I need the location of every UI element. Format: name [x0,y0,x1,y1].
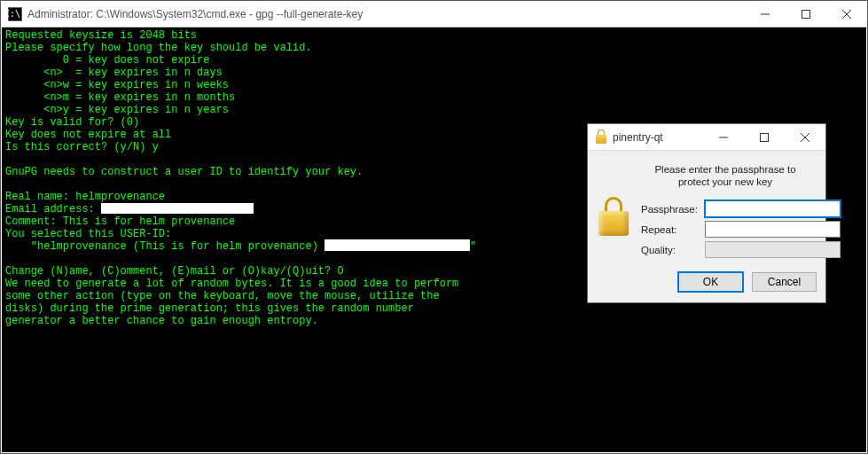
dialog-title-bar: pinentry-qt [588,124,825,151]
lock-illustration [598,199,634,262]
passphrase-label: Passphrase: [641,204,700,215]
pinentry-dialog: pinentry-qt Please enter the passphrase … [587,123,826,303]
minimize-button[interactable] [745,1,786,27]
terminal-line: Email address: [5,203,101,215]
repeat-input[interactable] [705,221,841,238]
terminal-line: <n>w = key expires in n weeks [5,79,229,91]
close-button[interactable] [826,1,867,27]
terminal-line: You selected this USER-ID: [5,228,171,240]
cancel-button[interactable]: Cancel [752,272,817,292]
cmd-window-controls [745,1,867,27]
lock-icon [595,129,607,145]
maximize-button[interactable] [786,1,826,27]
repeat-label: Repeat: [641,224,700,235]
terminal-line: Please specify how long the key should b… [5,42,312,54]
terminal-line: Key is valid for? (0) [5,116,139,129]
terminal-line: " [470,240,476,253]
quality-label: Quality: [641,245,700,255]
dialog-close-button[interactable] [785,124,825,151]
cmd-title-bar: C:\. Administrator: C:\Windows\System32\… [1,1,867,27]
terminal-line: Real name: helmprovenance [5,191,165,203]
cmd-icon: C:\. [8,7,22,21]
terminal-line: GnuPG needs to construct a user ID to id… [5,166,363,178]
dialog-maximize-button[interactable] [744,124,785,151]
cmd-window-title: Administrator: C:\Windows\System32\cmd.e… [27,1,739,27]
dialog-title: pinentry-qt [613,131,663,144]
dialog-body: Please enter the passphrase to protect y… [588,151,825,265]
quality-meter [705,241,841,258]
passphrase-input[interactable] [705,200,841,217]
terminal-line: some other action (type on the keyboard,… [5,290,440,302]
svg-rect-5 [761,133,769,141]
svg-rect-1 [802,10,810,18]
redacted-userid [325,239,470,251]
redacted-email [101,203,254,214]
terminal-line: Requested keysize is 2048 bits [5,29,197,42]
dialog-minimize-button[interactable] [703,124,744,151]
terminal-line: <n> = key expires in n days [5,67,223,79]
terminal-line: generator a better chance to gain enough… [5,315,318,327]
terminal-line: Key does not expire at all [5,129,171,141]
terminal-line: 0 = key does not expire [5,54,209,67]
terminal-line: <n>y = key expires in n years [5,104,229,116]
terminal-line: Is this correct? (y/N) y [5,141,159,153]
dialog-window-controls [703,124,825,151]
dialog-buttons: OK Cancel [588,265,825,302]
terminal-line: "helmprovenance (This is for helm proven… [5,240,325,253]
terminal-line: Change (N)ame, (C)omment, (E)mail or (O)… [5,265,344,278]
terminal-line: disks) during the prime generation; this… [5,302,414,315]
terminal-line: <n>m = key expires in n months [5,91,235,104]
terminal-line: We need to generate a lot of random byte… [5,278,458,290]
ok-button[interactable]: OK [678,272,743,292]
dialog-message: Please enter the passphrase to protect y… [645,163,806,188]
terminal-line: Comment: This is for helm provenance [5,215,235,228]
